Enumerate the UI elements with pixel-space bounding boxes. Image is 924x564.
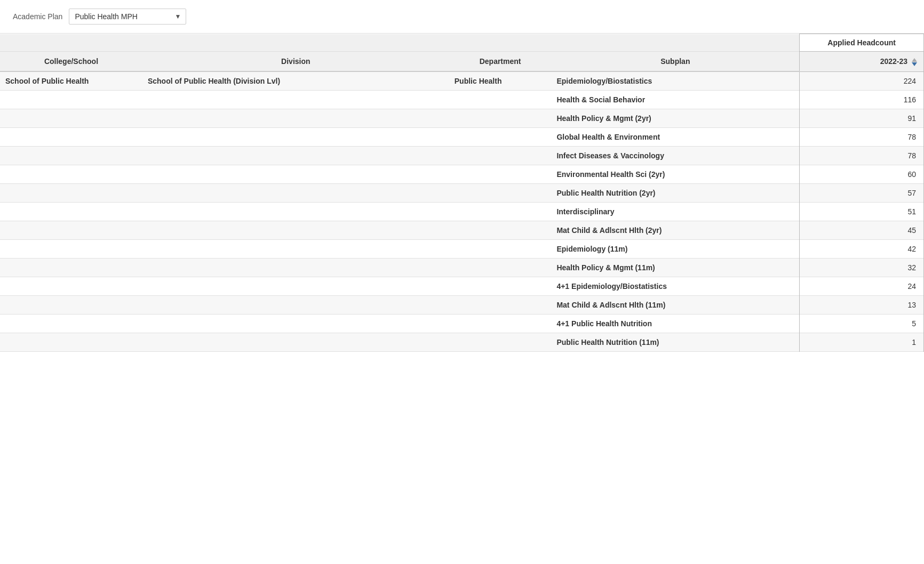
department-header: Department (449, 52, 552, 72)
table-row: Health Policy & Mgmt (11m)32 (0, 259, 924, 277)
cell-college (0, 259, 142, 277)
cell-college (0, 165, 142, 184)
cell-college (0, 128, 142, 147)
college-school-header: College/School (0, 52, 142, 72)
table-row: Mat Child & Adlscnt Hlth (11m)13 (0, 296, 924, 315)
cell-subplan: Epidemiology/Biostatistics (551, 71, 799, 91)
cell-division (142, 203, 449, 221)
cell-headcount: 78 (800, 147, 924, 165)
cell-division (142, 91, 449, 109)
cell-subplan: Health Policy & Mgmt (2yr) (551, 109, 799, 128)
cell-headcount: 57 (800, 184, 924, 203)
cell-subplan: Infect Diseases & Vaccinology (551, 147, 799, 165)
table-row: Public Health Nutrition (2yr)57 (0, 184, 924, 203)
academic-plan-select[interactable]: Public Health MPH (69, 9, 186, 25)
cell-college (0, 296, 142, 315)
applied-headcount-header: Applied Headcount (800, 34, 924, 52)
cell-department (449, 91, 552, 109)
cell-division (142, 296, 449, 315)
table-row: Environmental Health Sci (2yr)60 (0, 165, 924, 184)
cell-college (0, 333, 142, 352)
cell-headcount: 78 (800, 128, 924, 147)
cell-college (0, 277, 142, 296)
cell-headcount: 116 (800, 91, 924, 109)
division-header: Division (142, 52, 449, 72)
table-row: Health & Social Behavior116 (0, 91, 924, 109)
cell-headcount: 51 (800, 203, 924, 221)
cell-division (142, 333, 449, 352)
cell-subplan: 4+1 Public Health Nutrition (551, 315, 799, 333)
cell-division (142, 240, 449, 259)
cell-college (0, 91, 142, 109)
cell-department (449, 184, 552, 203)
cell-college (0, 203, 142, 221)
cell-department (449, 277, 552, 296)
spacer-subplan (551, 34, 799, 52)
cell-headcount: 32 (800, 259, 924, 277)
cell-department (449, 315, 552, 333)
cell-subplan: Public Health Nutrition (2yr) (551, 184, 799, 203)
cell-division (142, 109, 449, 128)
cell-division (142, 147, 449, 165)
cell-division (142, 277, 449, 296)
cell-subplan: 4+1 Epidemiology/Biostatistics (551, 277, 799, 296)
cell-subplan: Mat Child & Adlscnt Hlth (2yr) (551, 221, 799, 240)
cell-subplan: Interdisciplinary (551, 203, 799, 221)
cell-department (449, 109, 552, 128)
cell-division (142, 221, 449, 240)
table-row: School of Public HealthSchool of Public … (0, 71, 924, 91)
subplan-header: Subplan (551, 52, 799, 72)
page-container: Academic Plan Public Health MPH ▼ (0, 0, 924, 564)
cell-college (0, 221, 142, 240)
cell-headcount: 60 (800, 165, 924, 184)
table-body: School of Public HealthSchool of Public … (0, 71, 924, 352)
table-row: Infect Diseases & Vaccinology78 (0, 147, 924, 165)
cell-subplan: Mat Child & Adlscnt Hlth (11m) (551, 296, 799, 315)
table-row: 4+1 Epidemiology/Biostatistics24 (0, 277, 924, 296)
table-row: Global Health & Environment78 (0, 128, 924, 147)
cell-division (142, 165, 449, 184)
sort-icons[interactable] (912, 58, 917, 66)
table-row: 4+1 Public Health Nutrition5 (0, 315, 924, 333)
cell-headcount: 24 (800, 277, 924, 296)
cell-division (142, 315, 449, 333)
column-header-row: College/School Division Department Subpl… (0, 52, 924, 72)
cell-college (0, 315, 142, 333)
data-table: Applied Headcount College/School Divisio… (0, 34, 924, 352)
cell-headcount: 224 (800, 71, 924, 91)
cell-division (142, 128, 449, 147)
sort-descending-icon[interactable] (912, 62, 917, 66)
cell-division (142, 259, 449, 277)
table-row: Epidemiology (11m)42 (0, 240, 924, 259)
cell-college (0, 184, 142, 203)
year-label: 2022-23 (880, 57, 907, 66)
cell-department (449, 165, 552, 184)
spacer-department (449, 34, 552, 52)
top-header-row: Applied Headcount (0, 34, 924, 52)
header-bar: Academic Plan Public Health MPH ▼ (0, 0, 924, 34)
academic-plan-select-wrapper[interactable]: Public Health MPH ▼ (69, 9, 186, 25)
year-header[interactable]: 2022-23 (800, 52, 924, 72)
cell-subplan: Environmental Health Sci (2yr) (551, 165, 799, 184)
table-row: Mat Child & Adlscnt Hlth (2yr)45 (0, 221, 924, 240)
cell-headcount: 42 (800, 240, 924, 259)
table-container: Applied Headcount College/School Divisio… (0, 34, 924, 362)
academic-plan-label: Academic Plan (13, 12, 62, 21)
sort-ascending-icon[interactable] (912, 58, 917, 62)
cell-department (449, 147, 552, 165)
spacer-college (0, 34, 142, 52)
cell-department (449, 240, 552, 259)
cell-division: School of Public Health (Division Lvl) (142, 71, 449, 91)
cell-department (449, 128, 552, 147)
cell-college: School of Public Health (0, 71, 142, 91)
cell-department (449, 333, 552, 352)
cell-subplan: Health & Social Behavior (551, 91, 799, 109)
cell-department (449, 221, 552, 240)
cell-subplan: Health Policy & Mgmt (11m) (551, 259, 799, 277)
cell-headcount: 13 (800, 296, 924, 315)
cell-division (142, 184, 449, 203)
cell-headcount: 91 (800, 109, 924, 128)
cell-subplan: Public Health Nutrition (11m) (551, 333, 799, 352)
spacer-division (142, 34, 449, 52)
table-row: Public Health Nutrition (11m)1 (0, 333, 924, 352)
